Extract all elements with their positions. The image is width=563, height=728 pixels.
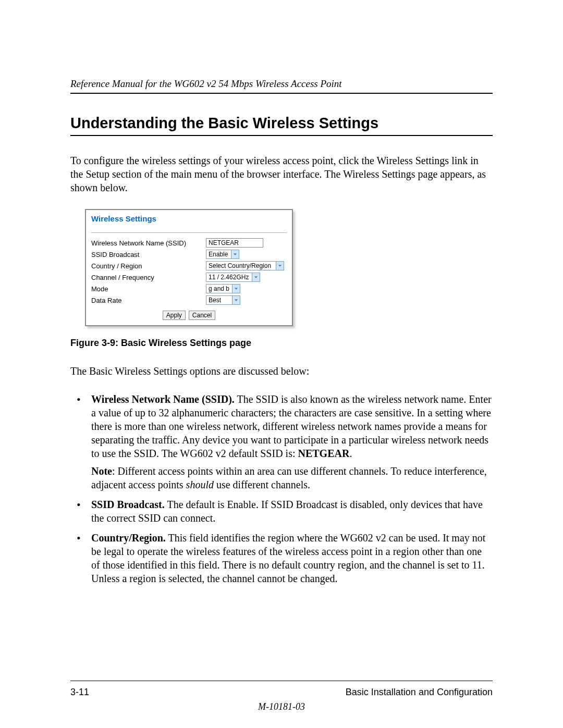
- rate-select[interactable]: Best: [206, 295, 240, 305]
- item-term: Country/Region.: [91, 532, 166, 544]
- chevron-down-icon: [232, 296, 240, 304]
- figure-caption: Figure 3-9: Basic Wireless Settings page: [70, 338, 493, 349]
- wireless-settings-panel: Wireless Settings Wireless Network Name …: [85, 209, 293, 326]
- footer-rule: [70, 681, 493, 681]
- default-ssid: NETGEAR: [298, 448, 349, 459]
- lead-paragraph: The Basic Wireless Settings options are …: [70, 364, 493, 378]
- mode-label: Mode: [86, 283, 201, 294]
- broadcast-label: SSID Broadcast: [86, 249, 201, 260]
- chevron-down-icon: [276, 262, 284, 270]
- panel-title: Wireless Settings: [86, 210, 292, 224]
- chapter-name: Basic Installation and Configuration: [346, 687, 493, 698]
- chevron-down-icon: [252, 273, 260, 281]
- running-header: Reference Manual for the WG602 v2 54 Mbp…: [70, 78, 493, 94]
- mode-select[interactable]: g and b: [206, 284, 240, 293]
- rate-label: Data Rate: [86, 294, 201, 306]
- broadcast-select[interactable]: Enable: [206, 250, 239, 259]
- country-label: Country / Region: [86, 260, 201, 272]
- broadcast-select-value: Enable: [209, 251, 228, 258]
- chevron-down-icon: [231, 250, 239, 258]
- document-id: M-10181-03: [0, 701, 563, 712]
- chevron-down-icon: [232, 285, 240, 293]
- list-item: Wireless Network Name (SSID). The SSID i…: [70, 392, 493, 491]
- item-term: SSID Broadcast.: [91, 499, 165, 510]
- settings-list: Wireless Network Name (SSID). The SSID i…: [70, 392, 493, 585]
- note-label: Note: [91, 465, 112, 477]
- settings-table: Wireless Network Name (SSID) NETGEAR SSI…: [86, 237, 292, 306]
- note-text-b: use different channels.: [214, 479, 310, 490]
- note-em: should: [186, 479, 214, 490]
- page-number: 3-11: [70, 687, 89, 698]
- country-select[interactable]: Select Country/Region: [206, 261, 284, 270]
- channel-select-value: 11 / 2.462GHz: [209, 274, 249, 281]
- apply-button[interactable]: Apply: [163, 311, 186, 320]
- panel-divider: [91, 232, 287, 233]
- channel-select[interactable]: 11 / 2.462GHz: [206, 273, 260, 282]
- list-item: SSID Broadcast. The default is Enable. I…: [70, 498, 493, 525]
- intro-paragraph: To configure the wireless settings of yo…: [70, 154, 493, 194]
- mode-select-value: g and b: [209, 285, 229, 292]
- item-tail: .: [349, 448, 352, 459]
- section-heading: Understanding the Basic Wireless Setting…: [70, 115, 493, 136]
- country-select-value: Select Country/Region: [209, 262, 271, 269]
- channel-label: Channel / Frequency: [86, 272, 201, 283]
- rate-select-value: Best: [209, 297, 221, 304]
- list-item: Country/Region. This field identifies th…: [70, 531, 493, 585]
- ssid-label: Wireless Network Name (SSID): [86, 237, 201, 249]
- cancel-button[interactable]: Cancel: [189, 311, 215, 320]
- ssid-input[interactable]: NETGEAR: [206, 238, 263, 248]
- item-term: Wireless Network Name (SSID).: [91, 393, 235, 405]
